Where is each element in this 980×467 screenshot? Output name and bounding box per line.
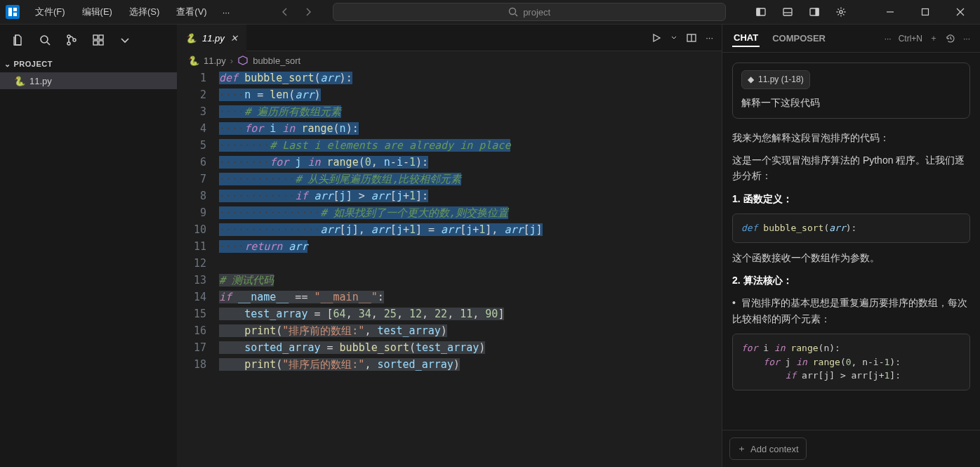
- chevron-down-icon[interactable]: [114, 29, 136, 51]
- editor-area: 🐍 11.py ✕ ··· 🐍 11.py › bubble_sort 1234…: [177, 25, 722, 467]
- more-icon[interactable]: ···: [885, 34, 892, 44]
- svg-rect-0: [8, 8, 12, 16]
- svg-point-13: [67, 42, 70, 45]
- svg-point-11: [41, 36, 48, 43]
- code-block: def bubble_sort(arr):: [732, 213, 970, 243]
- extensions-icon[interactable]: [87, 29, 110, 51]
- chat-panel: CHAT COMPOSER ··· Ctrl+N ＋ ··· ◆ 11.py (…: [722, 25, 980, 467]
- breadcrumbs[interactable]: 🐍 11.py › bubble_sort: [177, 51, 722, 70]
- svg-rect-16: [93, 41, 98, 45]
- history-icon[interactable]: [945, 33, 956, 44]
- new-chat-icon[interactable]: ＋: [929, 32, 938, 44]
- python-file-icon: 🐍: [185, 33, 197, 44]
- user-message: ◆ 11.py (1-18) 解释一下这段代码: [732, 63, 970, 119]
- layout-left-icon[interactable]: [751, 2, 771, 22]
- assistant-text: 这是一个实现冒泡排序算法的 Python 程序。让我们逐步分析：: [732, 152, 970, 184]
- user-text: 解释一下这段代码: [741, 95, 961, 110]
- title-bar: 文件(F) 编辑(E) 选择(S) 查看(V) ··· project: [0, 0, 980, 25]
- window-close-icon[interactable]: [946, 1, 974, 22]
- layout-bottom-icon[interactable]: [778, 2, 797, 22]
- line-gutter: 123456789101112131415161718: [177, 70, 219, 467]
- assistant-text: • 冒泡排序的基本思想是重复遍历要排序的数组，每次比较相邻的两个元素：: [732, 295, 970, 327]
- search-icon: [508, 6, 519, 18]
- tab-label: 11.py: [202, 33, 225, 44]
- search-placeholder: project: [523, 7, 550, 18]
- svg-rect-2: [13, 13, 17, 16]
- file-tree-item[interactable]: 🐍 11.py: [0, 72, 177, 89]
- menu-view[interactable]: 查看(V): [169, 3, 213, 21]
- shortcut-label: Ctrl+N: [899, 34, 922, 44]
- menu-more[interactable]: ···: [217, 4, 236, 20]
- code-content[interactable]: def bubble_sort(arr):····n = len(arr)···…: [219, 70, 722, 467]
- assistant-text: 这个函数接收一个数组作为参数。: [732, 250, 970, 265]
- svg-rect-15: [93, 35, 98, 39]
- search-panel-icon[interactable]: [34, 29, 56, 51]
- sidebar: ⌄ PROJECT 🐍 11.py: [0, 25, 177, 467]
- svg-point-14: [73, 39, 76, 41]
- chevron-down-icon: ⌄: [4, 60, 11, 69]
- section-heading: 1. 函数定义：: [732, 193, 793, 204]
- more-actions-icon[interactable]: ···: [706, 32, 713, 43]
- sidebar-header[interactable]: ⌄ PROJECT: [0, 55, 177, 72]
- close-icon[interactable]: ✕: [230, 33, 238, 44]
- svg-point-9: [840, 11, 842, 13]
- split-editor-icon[interactable]: [686, 32, 697, 44]
- chat-input-area: ＋ Add context: [722, 430, 980, 467]
- add-context-button[interactable]: ＋ Add context: [729, 438, 807, 460]
- file-icon: ◆: [748, 73, 754, 86]
- explorer-icon[interactable]: [7, 29, 29, 51]
- menu-file[interactable]: 文件(F): [28, 3, 72, 21]
- svg-rect-8: [816, 8, 819, 15]
- svg-rect-18: [99, 35, 103, 39]
- svg-point-3: [510, 8, 516, 15]
- tab-chat[interactable]: CHAT: [732, 29, 760, 47]
- svg-rect-6: [783, 8, 792, 15]
- project-name: PROJECT: [14, 60, 53, 68]
- context-chip[interactable]: ◆ 11.py (1-18): [741, 70, 810, 89]
- editor-tab[interactable]: 🐍 11.py ✕: [177, 25, 246, 51]
- svg-point-12: [67, 35, 70, 38]
- python-file-icon: 🐍: [188, 55, 199, 66]
- nav-forward-icon[interactable]: [298, 2, 318, 22]
- menu-select[interactable]: 选择(S): [122, 3, 166, 21]
- code-block: for i in range(n): for j in range(0, n-i…: [732, 334, 970, 390]
- plus-icon: ＋: [737, 442, 746, 455]
- command-center[interactable]: project: [333, 3, 726, 21]
- svg-rect-1: [13, 8, 17, 11]
- chat-body[interactable]: ◆ 11.py (1-18) 解释一下这段代码 我来为您解释这段冒泡排序的代码：…: [722, 53, 980, 430]
- svg-rect-10: [922, 9, 929, 15]
- settings-gear-icon[interactable]: [831, 2, 851, 22]
- tab-bar: 🐍 11.py ✕ ···: [177, 25, 722, 51]
- sidebar-top-icons: [0, 25, 177, 55]
- run-dropdown-icon[interactable]: [670, 34, 677, 41]
- assistant-text: 我来为您解释这段冒泡排序的代码：: [732, 130, 970, 145]
- window-maximize-icon[interactable]: [911, 1, 939, 22]
- window-minimize-icon[interactable]: [876, 1, 904, 22]
- menu-edit[interactable]: 编辑(E): [75, 3, 119, 21]
- breadcrumb-file[interactable]: 11.py: [204, 55, 226, 66]
- file-label: 11.py: [29, 76, 52, 86]
- more-icon[interactable]: ···: [963, 34, 970, 44]
- app-logo: [6, 5, 20, 19]
- python-file-icon: 🐍: [14, 76, 25, 86]
- svg-rect-5: [757, 8, 760, 15]
- layout-right-icon[interactable]: [804, 2, 824, 22]
- source-control-icon[interactable]: [60, 29, 83, 51]
- breadcrumb-symbol[interactable]: bubble_sort: [253, 55, 300, 66]
- svg-rect-17: [99, 41, 103, 45]
- run-icon[interactable]: [651, 32, 662, 44]
- nav-back-icon[interactable]: [276, 2, 296, 22]
- symbol-icon: [237, 55, 249, 66]
- section-heading: 2. 算法核心：: [732, 275, 793, 286]
- code-editor[interactable]: 123456789101112131415161718 def bubble_s…: [177, 70, 722, 467]
- chevron-right-icon: ›: [230, 55, 233, 66]
- chat-tabs: CHAT COMPOSER ··· Ctrl+N ＋ ···: [722, 25, 980, 53]
- tab-composer[interactable]: COMPOSER: [771, 30, 827, 46]
